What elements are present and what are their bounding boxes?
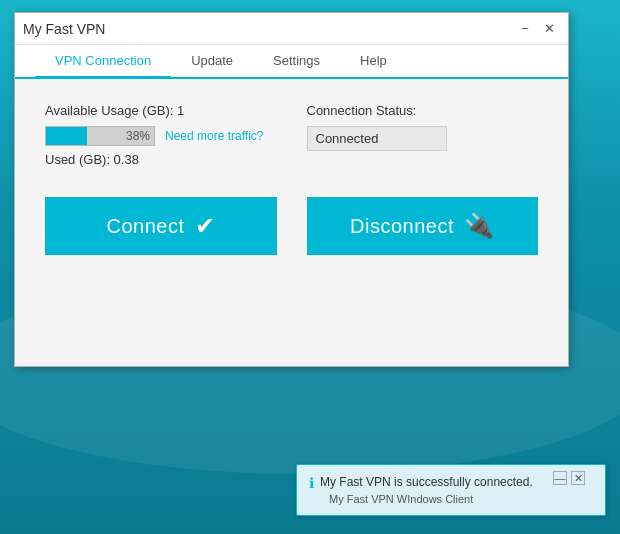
window-title: My Fast VPN <box>23 21 105 37</box>
progress-percent: 38% <box>126 129 150 143</box>
connection-status-label: Connection Status: <box>307 103 539 118</box>
notification-minimize-button[interactable]: — <box>553 471 567 485</box>
tab-help[interactable]: Help <box>340 45 407 79</box>
disconnect-button[interactable]: Disconnect 🔌 <box>307 197 539 255</box>
info-icon: ℹ <box>309 475 314 491</box>
notification-message-text: My Fast VPN is successfully connected. <box>320 475 533 489</box>
connect-label: Connect <box>107 215 185 238</box>
right-column: Connection Status: Connected <box>307 103 539 167</box>
close-button[interactable]: ✕ <box>538 18 560 40</box>
window-controls: − ✕ <box>514 18 560 40</box>
title-bar: My Fast VPN − ✕ <box>15 13 568 45</box>
notification-actions: — ✕ <box>553 471 585 485</box>
tab-update[interactable]: Update <box>171 45 253 79</box>
connect-button[interactable]: Connect ✔ <box>45 197 277 255</box>
tab-bar: VPN Connection Update Settings Help <box>15 45 568 79</box>
connection-status-value: Connected <box>307 126 447 151</box>
content-area: Available Usage (GB): 1 38% Need more tr… <box>15 79 568 362</box>
notification-popup: ℹ My Fast VPN is successfully connected.… <box>296 464 606 516</box>
used-label: Used (GB): 0.38 <box>45 152 277 167</box>
need-more-traffic-link[interactable]: Need more traffic? <box>165 129 264 143</box>
tab-settings[interactable]: Settings <box>253 45 340 79</box>
disconnect-label: Disconnect <box>350 215 454 238</box>
notification-sub-label: My Fast VPN WIndows Client <box>329 493 575 505</box>
tab-vpn-connection[interactable]: VPN Connection <box>35 45 171 79</box>
main-window: My Fast VPN − ✕ VPN Connection Update Se… <box>14 12 569 367</box>
notification-close-button[interactable]: ✕ <box>571 471 585 485</box>
notification-message-row: ℹ My Fast VPN is successfully connected. <box>309 475 575 491</box>
progress-bar: 38% <box>45 126 155 146</box>
available-usage-label: Available Usage (GB): 1 <box>45 103 277 118</box>
progress-fill <box>46 127 87 145</box>
disconnect-plug-icon: 🔌 <box>464 212 495 240</box>
left-column: Available Usage (GB): 1 38% Need more tr… <box>45 103 277 167</box>
progress-row: 38% Need more traffic? <box>45 126 277 146</box>
buttons-row: Connect ✔ Disconnect 🔌 <box>45 197 538 255</box>
connect-checkmark-icon: ✔ <box>195 212 216 240</box>
minimize-button[interactable]: − <box>514 18 536 40</box>
